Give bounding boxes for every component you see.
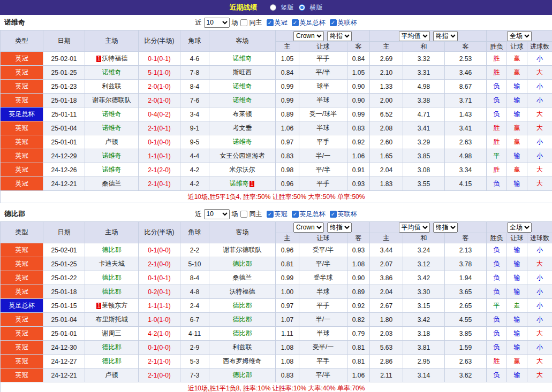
score[interactable]: 0-2(0-1) <box>139 285 180 299</box>
odds-group-0: Crown终指 <box>276 30 370 42</box>
score[interactable]: 2-1(0-1) <box>139 177 180 191</box>
team-link[interactable]: 德比郡 <box>233 371 252 379</box>
team-link[interactable]: 德比郡 <box>102 357 122 365</box>
team-link[interactable]: 德比郡 <box>233 302 252 309</box>
layout-radio-vertical[interactable] <box>270 4 276 11</box>
team-link[interactable]: 诺维奇 <box>233 138 252 145</box>
result-0: 负 <box>487 80 507 94</box>
team-link[interactable]: 诺维奇 <box>102 124 122 132</box>
home-team-cell: 诺维奇 <box>85 66 139 80</box>
result-1: 输 <box>507 285 527 299</box>
team-link[interactable]: 诺维奇 <box>233 55 252 62</box>
team-link[interactable]: 谢菲尔德联队 <box>223 246 262 253</box>
team-link[interactable]: 布里斯托城 <box>96 316 128 323</box>
score[interactable]: 2-1(1-0) <box>139 355 180 368</box>
league-filter-0[interactable]: 英冠 <box>267 18 288 27</box>
team-link[interactable]: 德比郡 <box>102 288 122 295</box>
league-type: 英冠 <box>1 177 43 191</box>
same-home-checkbox[interactable] <box>240 211 247 218</box>
score[interactable]: 0-1(0-0) <box>139 135 180 149</box>
team-link[interactable]: 西布罗姆维奇 <box>223 357 262 365</box>
league-filter-1[interactable]: 英足总杯 <box>292 18 326 27</box>
team-link[interactable]: 德比郡 <box>102 246 122 253</box>
score[interactable]: 1-1(1-1) <box>139 299 180 313</box>
team-link[interactable]: 利兹联 <box>102 82 122 90</box>
team-link[interactable]: 德比郡 <box>102 343 122 351</box>
team-link[interactable]: 桑德兰 <box>102 180 122 187</box>
layout-radio-vertical-label[interactable]: 竖版 <box>281 3 294 12</box>
team-link[interactable]: 斯旺西 <box>233 68 252 76</box>
team-link[interactable]: 考文垂 <box>233 124 252 132</box>
odds-source-select[interactable]: Crown <box>293 222 324 233</box>
score[interactable]: 0-1(0-0) <box>139 341 180 355</box>
odds-source-select[interactable]: 全场 <box>507 222 532 233</box>
score[interactable]: 0-1(0-1) <box>139 271 180 285</box>
same-home-checkbox[interactable] <box>240 19 247 26</box>
team-link[interactable]: 诺维奇 <box>230 180 249 187</box>
league-filter-2[interactable]: 英联杯 <box>330 18 357 27</box>
team-link[interactable]: 卢顿 <box>105 371 118 379</box>
odds-source-select[interactable]: 终指 <box>433 31 458 41</box>
league-filter-0[interactable]: 英冠 <box>267 210 288 219</box>
odds-source-select[interactable]: 终指 <box>327 31 352 41</box>
score[interactable]: 2-0(1-0) <box>139 80 180 94</box>
team-link[interactable]: 德比郡 <box>233 260 252 267</box>
league-checkbox-2[interactable] <box>330 211 337 218</box>
team-link[interactable]: 沃特福德 <box>102 55 127 62</box>
league-checkbox-1[interactable] <box>292 211 299 218</box>
team-link[interactable]: 诺维奇 <box>102 68 122 76</box>
team-link[interactable]: 诺维奇 <box>233 82 252 90</box>
score[interactable]: 1-1(0-1) <box>139 149 180 163</box>
team-link[interactable]: 谢菲尔德联队 <box>93 96 131 104</box>
asia-odds-2: 0.90 <box>347 80 370 94</box>
team-link[interactable]: 德比郡 <box>233 316 252 323</box>
match-count-select[interactable]: 10 <box>204 209 230 219</box>
team-link[interactable]: 诺维奇 <box>102 152 122 159</box>
score[interactable]: 0-1(0-1) <box>139 52 180 66</box>
team-link[interactable]: 卡迪夫城 <box>99 260 125 267</box>
score[interactable]: 2-0(1-0) <box>139 94 180 107</box>
team-link[interactable]: 桑德兰 <box>233 274 252 281</box>
league-filter-2[interactable]: 英联杯 <box>330 210 357 219</box>
same-home-label: 同主 <box>249 210 262 219</box>
score[interactable]: 2-1(0-0) <box>139 368 180 382</box>
team-link[interactable]: 诺维奇 <box>102 110 122 118</box>
team-link[interactable]: 谢周三 <box>102 329 122 337</box>
league-type: 英冠 <box>1 52 43 66</box>
team-link[interactable]: 德比郡 <box>233 329 252 337</box>
home-team-cell: 德比郡 <box>85 271 139 285</box>
score[interactable]: 1-0(1-0) <box>139 313 180 327</box>
score[interactable]: 0-1(0-0) <box>139 243 180 257</box>
odds-source-select[interactable]: 平均值 <box>399 222 430 233</box>
team-link[interactable]: 米尔沃尔 <box>230 166 255 173</box>
team-link[interactable]: 德比郡 <box>102 274 122 281</box>
score[interactable]: 4-2(1-0) <box>139 327 180 341</box>
league-checkbox-0[interactable] <box>267 211 274 218</box>
league-checkbox-0[interactable] <box>267 19 274 26</box>
team-link[interactable]: 莱顿东方 <box>102 302 127 309</box>
odds-source-select[interactable]: 平均值 <box>399 31 430 41</box>
team-link[interactable]: 利兹联 <box>233 343 252 351</box>
odds-source-select[interactable]: Crown <box>293 31 324 41</box>
team-link[interactable]: 沃特福德 <box>230 288 255 295</box>
score[interactable]: 5-1(1-0) <box>139 66 180 80</box>
layout-radio-horizontal-label[interactable]: 横版 <box>310 3 323 12</box>
team-link[interactable]: 诺维奇 <box>233 96 252 104</box>
section-team-name: 德比郡 <box>4 206 25 221</box>
score[interactable]: 2-1(0-0) <box>139 257 180 271</box>
team-link[interactable]: 卢顿 <box>105 138 118 145</box>
team-link[interactable]: 女王公园巡游者 <box>220 152 265 159</box>
league-checkbox-2[interactable] <box>330 19 337 26</box>
score[interactable]: 2-1(2-0) <box>139 163 180 177</box>
match-count-select[interactable]: 10 <box>204 18 230 28</box>
odds-source-select[interactable]: 终指 <box>433 222 458 233</box>
layout-radio-horizontal[interactable] <box>299 4 305 11</box>
odds-source-select[interactable]: 全场 <box>507 31 532 41</box>
team-link[interactable]: 布莱顿 <box>233 110 252 118</box>
score[interactable]: 2-1(0-1) <box>139 121 180 135</box>
league-filter-1[interactable]: 英足总杯 <box>292 210 326 219</box>
score[interactable]: 0-4(0-2) <box>139 107 180 121</box>
team-link[interactable]: 诺维奇 <box>102 166 122 173</box>
odds-source-select[interactable]: 终指 <box>327 222 352 233</box>
league-checkbox-1[interactable] <box>292 19 299 26</box>
